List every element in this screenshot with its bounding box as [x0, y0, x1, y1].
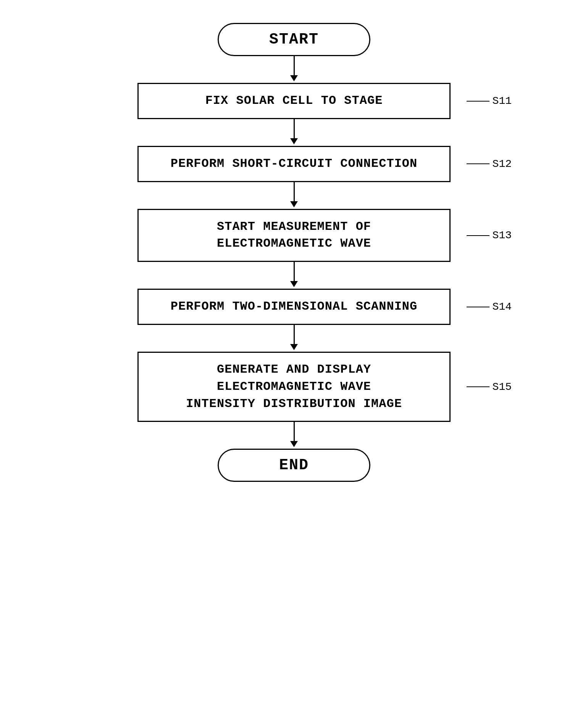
s11-process: FIX SOLAR CELL TO STAGE: [137, 83, 451, 119]
arrow-head-6: [290, 441, 298, 447]
arrow-3: [290, 182, 298, 209]
s14-node-wrapper: PERFORM TWO-DIMENSIONAL SCANNING S14: [0, 289, 588, 325]
arrow-head-4: [290, 281, 298, 287]
arrow-head-2: [290, 138, 298, 144]
arrow-4: [290, 262, 298, 289]
s13-label: S13: [467, 229, 512, 241]
s11-node-wrapper: FIX SOLAR CELL TO STAGE S11: [0, 83, 588, 119]
s15-node-wrapper: GENERATE AND DISPLAYELECTROMAGNETIC WAVE…: [0, 352, 588, 422]
start-node-wrapper: START: [0, 23, 588, 56]
arrow-line-2: [294, 119, 295, 138]
arrow-head-1: [290, 75, 298, 81]
s13-node-wrapper: START MEASUREMENT OFELECTROMAGNETIC WAVE…: [0, 209, 588, 262]
s12-label: S12: [467, 158, 512, 170]
s13-process: START MEASUREMENT OFELECTROMAGNETIC WAVE: [137, 209, 451, 262]
arrow-head-5: [290, 344, 298, 350]
flowchart: START FIX SOLAR CELL TO STAGE S11 PERFOR…: [0, 0, 588, 505]
arrow-line-5: [294, 325, 295, 344]
arrow-5: [290, 325, 298, 352]
end-node-wrapper: END: [0, 449, 588, 482]
s14-label: S14: [467, 301, 512, 313]
arrow-head-3: [290, 201, 298, 207]
arrow-line-1: [294, 56, 295, 75]
arrow-6: [290, 422, 298, 449]
arrow-line-4: [294, 262, 295, 281]
arrow-2: [290, 119, 298, 146]
s15-label: S15: [467, 381, 512, 393]
arrow-1: [290, 56, 298, 83]
s12-process: PERFORM SHORT-CIRCUIT CONNECTION: [137, 146, 451, 182]
arrow-line-6: [294, 422, 295, 441]
arrow-line-3: [294, 182, 295, 201]
s15-process: GENERATE AND DISPLAYELECTROMAGNETIC WAVE…: [137, 352, 451, 422]
s14-process: PERFORM TWO-DIMENSIONAL SCANNING: [137, 289, 451, 325]
s11-label: S11: [467, 95, 512, 107]
end-terminal: END: [218, 449, 370, 482]
s12-node-wrapper: PERFORM SHORT-CIRCUIT CONNECTION S12: [0, 146, 588, 182]
start-terminal: START: [218, 23, 370, 56]
